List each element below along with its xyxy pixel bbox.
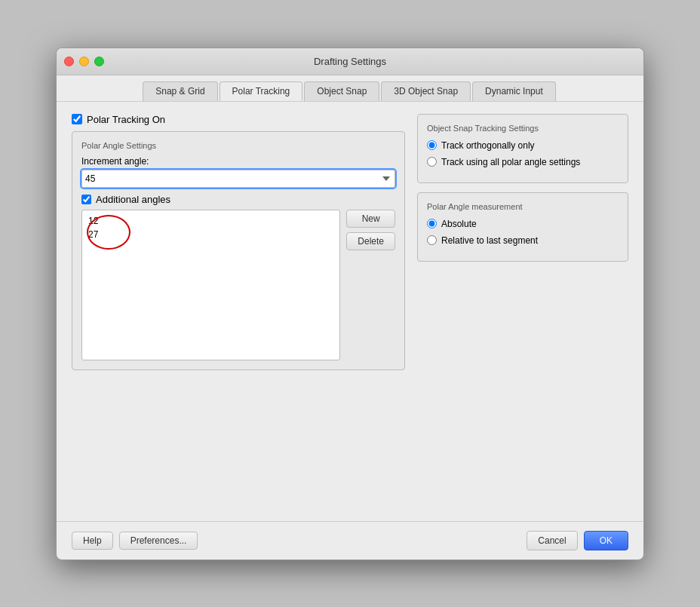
help-button[interactable]: Help — [72, 532, 113, 550]
new-button[interactable]: New — [346, 210, 395, 228]
polar-tracking-checkbox[interactable] — [72, 114, 82, 124]
polar-angle-measurement-section: Polar Angle measurement Absolute Relativ… — [417, 192, 628, 262]
list-item[interactable]: 12 27 — [85, 213, 101, 242]
track-all-polar-radio[interactable] — [427, 157, 437, 167]
additional-angles-label: Additional angles — [96, 194, 170, 205]
dialog-window: Drafting Settings Snap & Grid Polar Trac… — [56, 48, 644, 560]
close-button[interactable] — [64, 57, 74, 66]
tab-snap-grid[interactable]: Snap & Grid — [143, 81, 217, 101]
window-title: Drafting Settings — [314, 56, 386, 67]
track-orthogonally-radio[interactable] — [427, 140, 437, 150]
maximize-button[interactable] — [94, 57, 104, 66]
relative-row: Relative to last segment — [427, 235, 619, 246]
track-all-polar-label: Track using all polar angle settings — [441, 157, 580, 167]
main-area: Polar Tracking On Polar Angle Settings I… — [72, 114, 628, 509]
tab-object-snap[interactable]: Object Snap — [304, 81, 379, 101]
title-bar: Drafting Settings — [57, 48, 643, 75]
angles-area: 12 27 New Delete — [81, 210, 395, 360]
relative-label: Relative to last segment — [441, 235, 538, 246]
object-snap-tracking-section: Object Snap Tracking Settings Track orth… — [417, 114, 628, 183]
delete-button[interactable]: Delete — [346, 232, 395, 250]
tab-dynamic-input[interactable]: Dynamic Input — [472, 81, 556, 101]
object-snap-tracking-label: Object Snap Tracking Settings — [427, 124, 619, 133]
angles-list: 12 27 — [81, 210, 340, 360]
dialog-content: Polar Tracking On Polar Angle Settings I… — [57, 102, 643, 521]
polar-tracking-label: Polar Tracking On — [87, 114, 165, 125]
polar-angle-settings-box: Polar Angle Settings Increment angle: 45… — [72, 131, 405, 370]
cancel-button[interactable]: Cancel — [527, 531, 577, 550]
angles-buttons: New Delete — [346, 210, 395, 360]
increment-angle-label: Increment angle: — [81, 156, 395, 167]
relative-radio[interactable] — [427, 235, 437, 245]
absolute-radio[interactable] — [427, 219, 437, 228]
bottom-left: Help Preferences... — [72, 532, 198, 550]
ok-button[interactable]: OK — [584, 531, 628, 550]
polar-angle-measurement-label: Polar Angle measurement — [427, 202, 619, 211]
tab-3d-object-snap[interactable]: 3D Object Snap — [381, 81, 471, 101]
polar-angle-settings-label: Polar Angle Settings — [81, 141, 395, 150]
minimize-button[interactable] — [79, 57, 89, 66]
right-panel: Object Snap Tracking Settings Track orth… — [417, 114, 628, 509]
bottom-bar: Help Preferences... Cancel OK — [57, 521, 643, 559]
track-all-polar-row: Track using all polar angle settings — [427, 157, 619, 167]
tab-polar-tracking[interactable]: Polar Tracking — [220, 81, 303, 101]
left-panel: Polar Tracking On Polar Angle Settings I… — [72, 114, 405, 509]
absolute-label: Absolute — [441, 219, 477, 229]
additional-angles-row: Additional angles — [81, 194, 395, 205]
preferences-button[interactable]: Preferences... — [119, 532, 198, 550]
increment-angle-select[interactable]: 45 5 10 15 18 22.5 30 90 — [81, 170, 395, 188]
traffic-lights — [64, 57, 104, 66]
track-orthogonally-row: Track orthogonally only — [427, 140, 619, 151]
bottom-right: Cancel OK — [527, 531, 628, 550]
tabs-bar: Snap & Grid Polar Tracking Object Snap 3… — [57, 75, 643, 102]
polar-tracking-enabled-row: Polar Tracking On — [72, 114, 405, 125]
track-orthogonally-label: Track orthogonally only — [441, 140, 535, 151]
absolute-row: Absolute — [427, 219, 619, 229]
additional-angles-checkbox[interactable] — [81, 195, 91, 204]
